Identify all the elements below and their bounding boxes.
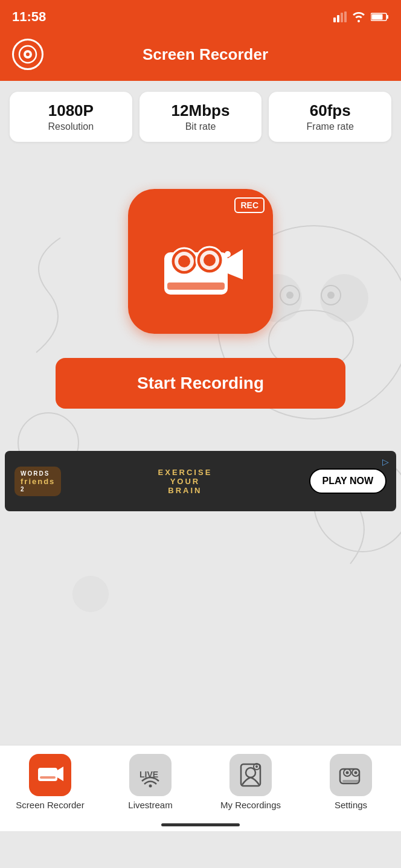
nav-item-settings[interactable]: Settings (301, 754, 401, 810)
svg-rect-6 (387, 15, 388, 19)
svg-rect-33 (38, 768, 57, 781)
svg-point-9 (26, 53, 30, 56)
screen-recorder-icon (37, 764, 63, 786)
ad-middle: EXERCISE YOUR BRAIN (158, 468, 213, 495)
svg-rect-2 (341, 13, 343, 22)
status-icons (333, 11, 389, 22)
app-header: Screen Recorder (0, 33, 401, 81)
words-text: WORDS (21, 470, 50, 477)
svg-rect-0 (333, 18, 336, 22)
words-friends-logo: WORDS friends 2 (14, 467, 61, 496)
battery-icon (371, 12, 389, 22)
bitrate-label: Bit rate (147, 121, 255, 132)
ad-indicator: ▷ (382, 457, 389, 467)
main-content: 1080P Resolution 12Mbps Bit rate 60fps F… (0, 81, 401, 745)
bitrate-card[interactable]: 12Mbps Bit rate (140, 92, 262, 142)
wifi-icon (351, 11, 366, 22)
rec-badge: REC (234, 197, 265, 213)
svg-point-16 (72, 576, 109, 612)
svg-rect-47 (342, 780, 359, 782)
your-text: YOUR (158, 477, 213, 486)
brain-text: BRAIN (158, 486, 213, 495)
svg-point-44 (346, 771, 349, 774)
status-time: 11:58 (12, 9, 46, 25)
framerate-card[interactable]: 60fps Frame rate (269, 92, 391, 142)
header-title: Screen Recorder (53, 45, 358, 64)
resolution-value: 1080P (17, 101, 125, 120)
screen-recorder-label: Screen Recorder (16, 800, 84, 810)
livestream-label: Livestream (128, 800, 172, 810)
svg-point-30 (225, 251, 231, 257)
my-recordings-label: My Recordings (220, 800, 281, 810)
signal-icon (333, 11, 347, 22)
svg-rect-35 (40, 776, 56, 779)
svg-rect-5 (372, 14, 383, 20)
start-recording-button[interactable]: Start Recording (56, 358, 345, 409)
svg-rect-31 (167, 282, 225, 290)
ad-banner[interactable]: WORDS friends 2 EXERCISE YOUR BRAIN PLAY… (5, 451, 396, 511)
svg-point-37 (149, 785, 152, 788)
friends-text: friends (21, 477, 55, 486)
nav-item-my-recordings[interactable]: My Recordings (200, 754, 301, 810)
svg-point-28 (204, 254, 216, 266)
home-indicator (0, 816, 401, 831)
resolution-label: Resolution (17, 121, 125, 132)
play-now-button[interactable]: PLAY NOW (309, 468, 387, 494)
settings-icon (338, 762, 364, 788)
resolution-card[interactable]: 1080P Resolution (10, 92, 132, 142)
svg-point-39 (246, 768, 255, 777)
exercise-text: EXERCISE (158, 468, 213, 477)
bottom-nav: Screen Recorder LIVE Livestream (0, 745, 401, 816)
svg-marker-34 (57, 767, 63, 781)
stats-row: 1080P Resolution 12Mbps Bit rate 60fps F… (0, 81, 401, 153)
record-icon-button[interactable]: REC (128, 189, 273, 334)
my-recordings-icon-wrap (229, 754, 272, 796)
my-recordings-icon (237, 762, 264, 788)
screen-recorder-icon-wrap (29, 754, 71, 796)
settings-icon-wrap (330, 754, 372, 796)
settings-label: Settings (335, 800, 367, 810)
svg-point-41 (255, 765, 258, 768)
svg-point-46 (354, 771, 358, 774)
bitrate-value: 12Mbps (147, 101, 255, 120)
wf2-text: 2 (21, 486, 24, 493)
app-logo (12, 39, 43, 70)
svg-point-24 (178, 255, 190, 267)
record-button-container: REC (128, 189, 273, 334)
svg-rect-3 (344, 11, 347, 22)
ad-left: WORDS friends 2 (14, 467, 61, 496)
status-bar: 11:58 (0, 0, 401, 33)
nav-item-livestream[interactable]: LIVE Livestream (100, 754, 200, 810)
livestream-icon: LIVE (137, 762, 164, 788)
framerate-value: 60fps (276, 101, 384, 120)
framerate-label: Frame rate (276, 121, 384, 132)
logo-icon (18, 44, 38, 65)
camera-icon (155, 219, 246, 304)
home-bar (161, 823, 240, 826)
nav-item-screen-recorder[interactable]: Screen Recorder (0, 754, 100, 810)
center-area: REC (0, 153, 401, 433)
livestream-icon-wrap: LIVE (129, 754, 172, 796)
svg-rect-1 (337, 15, 339, 22)
